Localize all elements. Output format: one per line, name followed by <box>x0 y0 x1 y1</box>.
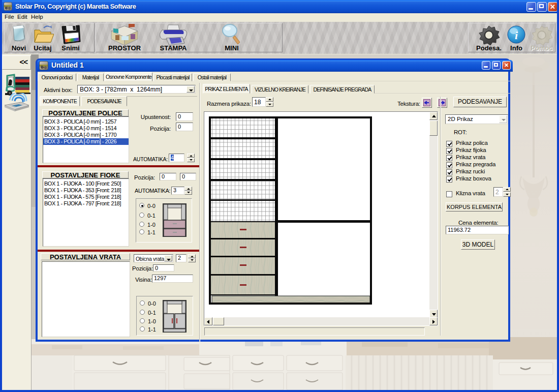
svg-text:i: i <box>515 29 518 42</box>
